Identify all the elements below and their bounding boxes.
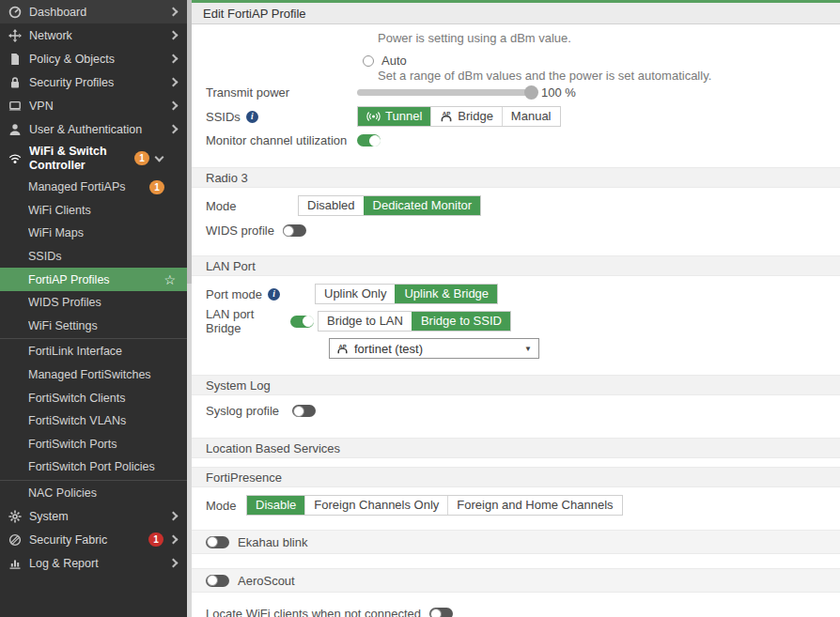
- radio3-mode-option-disabled[interactable]: Disabled: [299, 196, 364, 215]
- sidebar-divider: [0, 480, 187, 481]
- port-mode-option-uplink-only[interactable]: Uplink Only: [316, 285, 395, 303]
- chevron-right-icon: [169, 54, 179, 64]
- gauge-icon: [8, 6, 23, 19]
- app-window: Dashboard Network Policy & Objects Secur…: [0, 0, 840, 617]
- radio3-mode-option-dedicated-monitor[interactable]: Dedicated Monitor: [364, 196, 481, 215]
- port-mode-row: Port mode i Uplink Only Uplink & Bridge: [192, 284, 840, 304]
- sidebar-item-managed-fortiswitches[interactable]: Managed FortiSwitches: [0, 363, 187, 387]
- gear-icon: [8, 510, 23, 523]
- port-mode-segmented-control: Uplink Only Uplink & Bridge: [315, 284, 498, 304]
- sidebar-item-fortiswitch-ports[interactable]: FortiSwitch Ports: [0, 433, 187, 456]
- security-fabric-badge: 1: [148, 532, 163, 547]
- slider-handle[interactable]: [524, 85, 538, 100]
- chevron-right-icon: [169, 535, 179, 545]
- ekahau-blink-toggle[interactable]: [206, 536, 229, 548]
- move-arrows-icon: [8, 29, 23, 42]
- sidebar-item-network[interactable]: Network: [0, 23, 187, 47]
- sidebar-item-user-authentication[interactable]: User & Authentication: [0, 117, 187, 141]
- monitor-channel-row: Monitor channel utilization: [192, 133, 840, 147]
- fp-mode-option-disable[interactable]: Disable: [247, 496, 304, 515]
- lan-bridge-segmented-control: Bridge to LAN Bridge to SSID: [318, 311, 511, 332]
- sidebar-item-fortiap-profiles[interactable]: FortiAP Profiles ☆: [0, 268, 187, 291]
- transmit-power-value: 100 %: [541, 85, 576, 100]
- info-icon[interactable]: i: [246, 111, 258, 123]
- port-mode-option-uplink-bridge[interactable]: Uplink & Bridge: [395, 285, 497, 303]
- ssids-option-tunnel[interactable]: Tunnel: [358, 107, 430, 126]
- favorite-star-icon[interactable]: ☆: [163, 273, 176, 286]
- wifi-icon: [8, 152, 23, 165]
- aeroscout-toggle[interactable]: [206, 575, 229, 587]
- fortipresence-section-header: FortiPresence: [192, 467, 840, 487]
- ap-bridge-icon: AP: [440, 110, 453, 123]
- auto-power-description: Set a range of dBm values and the power …: [378, 69, 840, 83]
- syslog-profile-toggle[interactable]: [292, 405, 316, 417]
- system-log-section-header: System Log: [192, 375, 840, 395]
- transmit-power-label: Transmit power: [206, 85, 357, 100]
- fortipresence-mode-label: Mode: [206, 499, 246, 513]
- sidebar-item-fortiswitch-clients[interactable]: FortiSwitch Clients: [0, 386, 187, 409]
- bridge-to-lan-option[interactable]: Bridge to LAN: [319, 312, 412, 331]
- sidebar-item-nac-policies[interactable]: NAC Policies: [0, 482, 187, 505]
- locate-wifi-clients-row: Locate WiFi clients when not connected: [192, 607, 840, 617]
- fp-mode-option-foreign-and-home-channels[interactable]: Foreign and Home Channels: [447, 496, 621, 515]
- bridge-to-ssid-option[interactable]: Bridge to SSID: [412, 312, 510, 331]
- sidebar-item-security-fabric[interactable]: Security Fabric 1: [0, 528, 187, 551]
- wids-profile-toggle[interactable]: [283, 224, 306, 237]
- sidebar-item-ssids[interactable]: SSIDs: [0, 245, 187, 269]
- wifi-broadcast-icon: [366, 111, 381, 122]
- lock-icon: [8, 76, 23, 89]
- sidebar-item-dashboard[interactable]: Dashboard: [0, 0, 187, 23]
- fabric-icon: [8, 533, 23, 547]
- syslog-profile-row: Syslog profile: [192, 404, 840, 418]
- ssids-option-bridge[interactable]: AP Bridge: [430, 107, 502, 126]
- sidebar-item-wids-profiles[interactable]: WIDS Profiles: [0, 291, 187, 315]
- sidebar-item-fortiswitch-vlans[interactable]: FortiSwitch VLANs: [0, 409, 187, 433]
- lan-port-bridge-label: LAN port Bridge: [206, 307, 288, 335]
- sidebar-item-vpn[interactable]: VPN: [0, 94, 187, 117]
- sidebar-item-system[interactable]: System: [0, 504, 187, 528]
- chevron-right-icon: [169, 8, 179, 17]
- sidebar-divider: [0, 338, 187, 339]
- wids-profile-label: WIDS profile: [206, 224, 274, 238]
- chevron-right-icon: [169, 512, 179, 521]
- fortipresence-mode-row: Mode Disable Foreign Channels Only Forei…: [192, 495, 840, 516]
- page-title: Edit FortiAP Profile: [203, 7, 306, 21]
- sidebar-item-log-report[interactable]: Log & Report: [0, 551, 187, 575]
- transmit-power-slider[interactable]: [357, 89, 532, 96]
- sidebar-item-wifi-clients[interactable]: WiFi Clients: [0, 199, 187, 223]
- sidebar-item-managed-fortiaps[interactable]: Managed FortiAPs 1: [0, 176, 187, 199]
- auto-power-radio-row: Auto: [363, 54, 840, 68]
- fp-mode-option-foreign-channels-only[interactable]: Foreign Channels Only: [304, 496, 447, 515]
- chevron-right-icon: [169, 125, 179, 134]
- ekahau-blink-row: Ekahau blink: [192, 530, 840, 554]
- chevron-right-icon: [169, 559, 179, 568]
- sidebar-item-policy-objects[interactable]: Policy & Objects: [0, 47, 187, 70]
- lan-port-section-header: LAN Port: [192, 255, 840, 276]
- port-mode-label: Port mode: [206, 287, 262, 301]
- laptop-icon: [8, 100, 23, 113]
- radio3-mode-label: Mode: [206, 199, 298, 213]
- ap-bridge-icon: AP: [336, 343, 349, 355]
- main-panel: Edit FortiAP Profile Power is setting us…: [192, 0, 840, 617]
- sidebar-item-security-profiles[interactable]: Security Profiles: [0, 70, 187, 94]
- sidebar-item-fortiswitch-port-policies[interactable]: FortiSwitch Port Policies: [0, 455, 187, 479]
- locate-wifi-clients-label: Locate WiFi clients when not connected: [206, 607, 421, 617]
- sidebar-item-fortilink-interface[interactable]: FortiLink Interface: [0, 340, 187, 363]
- monitor-channel-toggle[interactable]: [357, 134, 381, 147]
- aeroscout-row: AeroScout: [192, 568, 840, 593]
- managed-fortiaps-badge: 1: [149, 180, 164, 194]
- auto-radio-label: Auto: [381, 54, 407, 68]
- ssid-select-dropdown[interactable]: AP fortinet (test) ▼: [329, 338, 539, 359]
- sidebar-item-wifi-switch-controller[interactable]: WiFi & Switch Controller 1: [0, 141, 187, 176]
- ssids-label: SSIDs: [206, 110, 241, 124]
- sidebar-item-wifi-settings[interactable]: WiFi Settings: [0, 315, 187, 338]
- locate-wifi-clients-toggle[interactable]: [429, 608, 453, 617]
- ssids-option-manual[interactable]: Manual: [502, 107, 560, 126]
- lan-port-bridge-toggle[interactable]: [290, 316, 314, 328]
- document-icon: [8, 53, 23, 66]
- auto-radio-button[interactable]: [363, 55, 374, 67]
- manual-power-description: Power is setting using a dBm value.: [378, 31, 840, 45]
- sidebar-item-wifi-maps[interactable]: WiFi Maps: [0, 222, 187, 245]
- caret-down-icon: ▼: [524, 345, 532, 353]
- info-icon[interactable]: i: [268, 288, 280, 301]
